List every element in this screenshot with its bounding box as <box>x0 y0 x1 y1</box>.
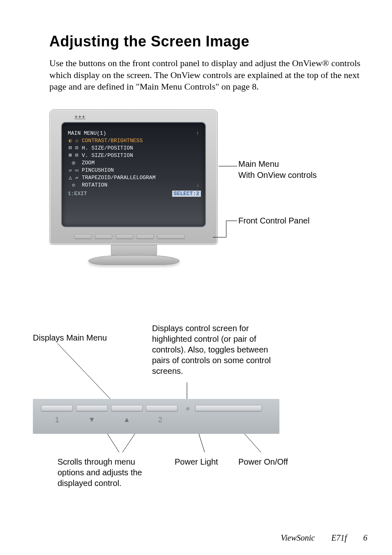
osd-exit-label: 1:EXIT <box>68 191 87 197</box>
label-scroll-through-menu: Scrolls through menu options and adjusts… <box>58 456 148 488</box>
leader-line <box>226 221 226 237</box>
osd-item-rotation: ◇ ROTATION ↓ <box>68 182 201 189</box>
osd-title-row: MAIN MENU(1) ↑ <box>68 130 201 136</box>
label-displays-control-screen: Displays control screen for highlighted … <box>152 323 271 376</box>
leader-line <box>219 166 237 166</box>
zoom-icon: ◎ <box>68 159 79 167</box>
footer-brand: ViewSonic <box>281 533 315 543</box>
panel-button-power <box>195 405 262 411</box>
leader-line <box>226 221 237 221</box>
osd-item-label: ROTATION <box>82 182 107 189</box>
osd-screen: MAIN MENU(1) ↑ ◐ ☼ CONTRAST/BRIGHTNESS ⊟… <box>61 122 206 227</box>
triangle-down-icon: ▼ <box>88 416 95 424</box>
panel-button-down <box>76 405 108 411</box>
panel-button <box>74 235 92 239</box>
side-label-title: Main Menu <box>238 159 317 170</box>
brand-logo: ✦✦✦ <box>74 115 85 119</box>
scroll-down-icon: ↓ <box>196 182 201 189</box>
osd-item-label: H. SIZE/POSITION <box>82 145 133 152</box>
panel-label-2: 2 <box>158 416 162 424</box>
scroll-up-icon: ↑ <box>196 130 199 136</box>
page-title: Adjusting the Screen Image <box>49 33 367 50</box>
panel-button-1 <box>41 405 73 411</box>
osd-item-trapezoid: △ ▱ TRAPEZOID/PARALLELOGRAM <box>68 174 201 182</box>
pincushion-icon: ▱ ▭ <box>68 167 79 174</box>
osd-item-contrast: ◐ ☼ CONTRAST/BRIGHTNESS <box>68 137 201 145</box>
side-label-sub: With OnView controls <box>238 170 317 181</box>
osd-item-label: TRAPEZOID/PARALLELOGRAM <box>82 174 155 182</box>
vsize-icon: ⊞ ⊟ <box>68 152 79 159</box>
osd-select-label: SELECT:2 <box>172 191 201 197</box>
triangle-up-icon: ▲ <box>123 416 130 424</box>
panel-button <box>136 235 154 239</box>
panel-background <box>33 399 279 434</box>
osd-item-vsize: ⊞ ⊟ V. SIZE/POSITION <box>68 152 201 159</box>
osd-footer-row: 1:EXIT SELECT:2 <box>68 191 201 197</box>
panel-button <box>95 235 112 239</box>
side-label-frontpanel: Front Control Panel <box>238 216 309 226</box>
label-power-onoff: Power On/Off <box>238 456 288 467</box>
panel-label-1: 1 <box>55 416 59 424</box>
label-displays-main-menu: Displays Main Menu <box>33 333 107 343</box>
power-light-icon <box>186 407 189 410</box>
trapezoid-icon: △ ▱ <box>68 174 79 182</box>
panel-power-button <box>157 235 185 239</box>
panel-diagram: Displays Main Menu Displays control scre… <box>49 323 367 495</box>
monitor-illustration: ✦✦✦ MAIN MENU(1) ↑ ◐ ☼ CONTRAST/BRIGHTNE… <box>49 109 367 290</box>
footer-model: E71f <box>331 533 347 543</box>
page-footer: ViewSonic E71f 6 <box>281 533 367 543</box>
osd-item-label: PINCUSHION <box>82 167 114 174</box>
footer-page-number: 6 <box>363 533 367 543</box>
panel-button-up <box>111 405 143 411</box>
osd-item-hsize: ⊟ ⊡ H. SIZE/POSITION <box>68 145 201 152</box>
side-label-mainmenu: Main Menu With OnView controls <box>238 159 317 181</box>
osd-item-label: CONTRAST/BRIGHTNESS <box>82 137 143 145</box>
hsize-icon: ⊟ ⊡ <box>68 145 79 152</box>
monitor-panel-strip <box>74 233 193 240</box>
osd-item-label: ZOOM <box>82 159 95 167</box>
intro-paragraph: Use the buttons on the front control pan… <box>49 58 367 93</box>
svg-line-0 <box>58 343 113 402</box>
osd-title: MAIN MENU(1) <box>68 130 106 136</box>
leader-line <box>213 237 226 237</box>
osd-item-label: V. SIZE/POSITION <box>82 152 133 159</box>
rotation-icon: ◇ <box>68 182 79 189</box>
contrast-brightness-icon: ◐ ☼ <box>68 137 79 145</box>
panel-button <box>116 235 133 239</box>
monitor-stand-neck <box>111 245 157 256</box>
osd-item-zoom: ◎ ZOOM <box>68 159 201 167</box>
osd-item-pincushion: ▱ ▭ PINCUSHION <box>68 167 201 174</box>
label-power-light: Power Light <box>175 456 218 467</box>
monitor-stand-base <box>88 255 180 265</box>
panel-button-2 <box>146 405 178 411</box>
monitor-bezel: ✦✦✦ MAIN MENU(1) ↑ ◐ ☼ CONTRAST/BRIGHTNE… <box>49 109 218 245</box>
